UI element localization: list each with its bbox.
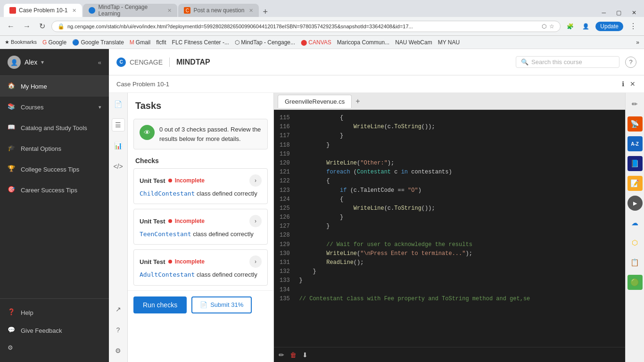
rail-rss-icon[interactable]: 📡	[627, 116, 643, 132]
bm-flc[interactable]: FLC Fitness Center -...	[172, 39, 229, 46]
rail-expand-icon[interactable]: ▶	[627, 196, 643, 211]
class-desc-3: class defined correctly	[197, 271, 257, 278]
bm-nau-webcam[interactable]: NAU WebCam	[395, 39, 432, 46]
browser-tab-case-problem[interactable]: Case Problem 10-1 ✕	[4, 4, 82, 17]
sidebar-label-home: My Home	[21, 83, 47, 90]
tool-help-icon[interactable]: ?	[112, 323, 125, 337]
rail-az-icon[interactable]: A-Z	[627, 136, 643, 151]
url-star-icon[interactable]: ☆	[549, 23, 554, 30]
bm-gmail[interactable]: M Gmail	[130, 39, 150, 46]
tab-label: Case Problem 10-1	[19, 7, 67, 14]
rail-pencil-icon[interactable]: ✏	[627, 97, 643, 112]
info-button[interactable]: ℹ	[621, 79, 625, 89]
sidebar-item-my-home[interactable]: 🏠 My Home	[0, 76, 109, 97]
menu-button[interactable]: ⋮	[627, 21, 639, 32]
rail-gdrive-icon[interactable]: ⬡	[627, 235, 643, 250]
extensions-button[interactable]: 🧩	[564, 22, 576, 31]
bm-more[interactable]: »	[636, 39, 639, 46]
address-bar[interactable]: 🔒 ng.cengage.com/static/nb/ui/evo/index.…	[51, 21, 561, 32]
rail-profile-icon[interactable]: 🟢	[627, 275, 643, 290]
run-checks-button[interactable]: Run checks	[133, 296, 187, 313]
sidebar-collapse-button[interactable]: «	[98, 59, 101, 66]
sidebar-label-feedback: Give Feedback	[21, 327, 62, 334]
browser-tab-post[interactable]: C Post a new question ✕	[178, 4, 259, 17]
bm-mindtap[interactable]: ⬡ MindTap - Cengage...	[235, 39, 295, 46]
content-area: 📄 ☰ 📊 </> ↗ ? ⚙ Tasks 👁 0 out of 3 check…	[109, 93, 644, 362]
forward-button[interactable]: →	[21, 21, 33, 32]
expand-check-2[interactable]: ›	[249, 215, 262, 227]
help-circle-button[interactable]: ?	[625, 57, 636, 68]
tasks-panel: Tasks 👁 0 out of 3 checks passed. Review…	[128, 93, 274, 362]
check-body-1: ChildContestant class defined correctly	[140, 189, 262, 198]
bm-translate[interactable]: 🔵 Google Translate	[72, 39, 124, 46]
url-text: ng.cengage.com/static/nb/ui/evo/index.ht…	[67, 24, 539, 29]
check-unit-test-3: Unit Test	[140, 258, 165, 265]
cengage-icon: C	[116, 58, 126, 67]
tab-close-3[interactable]: ✕	[249, 8, 253, 14]
profile-button[interactable]: 👤	[580, 22, 592, 31]
close-panel-button[interactable]: ✕	[629, 79, 636, 89]
back-button[interactable]: ←	[5, 21, 17, 32]
editor-tab-greenville[interactable]: GreenvilleRevenue.cs	[278, 95, 352, 108]
bm-bookmarks[interactable]: ★ Bookmarks	[5, 39, 37, 45]
bm-my-nau[interactable]: MY NAU	[438, 39, 460, 46]
sidebar-item-courses[interactable]: 📚 Courses ▾	[0, 97, 109, 117]
expand-check-3[interactable]: ›	[249, 255, 262, 268]
download-icon[interactable]: ⬇	[302, 351, 308, 359]
incomplete-dot-1	[168, 179, 172, 182]
rail-book-icon[interactable]: 📘	[627, 156, 643, 171]
sidebar-item-settings[interactable]: ⚙	[0, 339, 109, 357]
class-name-3: AdultContestant	[140, 271, 195, 278]
rail-cloud-icon[interactable]: ☁	[627, 215, 643, 230]
sidebar-item-feedback[interactable]: 💬 Give Feedback	[0, 321, 109, 339]
browser-tab-mindtap[interactable]: MindTap - Cengage Learning ✕	[83, 4, 177, 17]
career-tips-icon: 🎯	[8, 186, 16, 194]
courses-icon: 📚	[8, 103, 16, 111]
main-content: C CENGAGE MINDTAP 🔍 Search this course ?…	[109, 49, 644, 362]
bm-maricopa[interactable]: Maricopa Commun...	[337, 39, 389, 46]
sidebar-item-college-tips[interactable]: 🏆 College Success Tips	[0, 159, 109, 180]
expand-check-1[interactable]: ›	[249, 174, 262, 187]
submit-icon: 📄	[200, 301, 207, 308]
submit-label: Submit 31%	[210, 301, 243, 308]
url-share-icon[interactable]: ⬡	[542, 23, 546, 30]
tool-share-icon[interactable]: ↗	[112, 303, 125, 316]
check-label-2: Unit Test Incomplete	[140, 218, 205, 225]
submit-button[interactable]: 📄 Submit 31%	[191, 296, 252, 313]
code-content[interactable]: { WriteLine(c.ToString()); } } WriteLine…	[294, 110, 625, 347]
bm-canvas[interactable]: ⬤ CANVAS	[301, 39, 331, 46]
sidebar-item-career-tips[interactable]: 🎯 Career Success Tips	[0, 180, 109, 200]
minimize-button[interactable]: ─	[598, 8, 610, 17]
sidebar-label-catalog: Catalog and Study Tools	[21, 124, 87, 132]
sidebar-item-rental[interactable]: 🎓 Rental Options	[0, 138, 109, 159]
tool-book-icon[interactable]: 📄	[112, 98, 125, 111]
check-status-3: Incomplete	[175, 258, 205, 265]
check-status-2: Incomplete	[175, 218, 205, 224]
tab-close-2[interactable]: ✕	[167, 8, 172, 14]
code-area[interactable]: 115 116 117 118 119 120 121 122 123 124 …	[274, 110, 625, 347]
right-rail: ✏ 📡 A-Z 📘 📝 ▶ ☁ ⬡ 📋 🟢	[625, 93, 644, 362]
reload-button[interactable]: ↻	[37, 21, 48, 32]
sidebar-item-catalog[interactable]: 📖 Catalog and Study Tools	[0, 117, 109, 138]
sidebar-label-career: Career Success Tips	[21, 187, 77, 194]
bm-flcfit[interactable]: flcfit	[156, 39, 166, 46]
user-menu[interactable]: 👤 Alex ▾ «	[0, 49, 109, 76]
tool-code-icon[interactable]: </>	[112, 160, 125, 173]
update-button[interactable]: Update	[595, 22, 623, 31]
close-window-button[interactable]: ✕	[628, 8, 640, 17]
tool-checklist-icon[interactable]: ☰	[112, 118, 125, 132]
tool-settings-icon[interactable]: ⚙	[112, 344, 125, 357]
rental-icon: 🎓	[8, 144, 16, 153]
tab-close-1[interactable]: ✕	[72, 8, 76, 14]
edit-pencil-icon[interactable]: ✏	[279, 351, 284, 359]
delete-icon[interactable]: 🗑	[290, 351, 297, 359]
rail-notepad-icon[interactable]: 📝	[627, 176, 643, 191]
add-tab-button[interactable]: +	[352, 97, 363, 106]
search-box[interactable]: 🔍 Search this course	[516, 56, 619, 68]
tool-chart-icon[interactable]: 📊	[112, 139, 125, 152]
new-tab-button[interactable]: +	[260, 7, 271, 17]
sidebar-item-help[interactable]: ❓ Help	[0, 304, 109, 321]
bm-google[interactable]: G Google	[42, 39, 66, 46]
rail-clipboard-icon[interactable]: 📋	[627, 255, 643, 270]
maximize-button[interactable]: ▢	[612, 8, 625, 17]
